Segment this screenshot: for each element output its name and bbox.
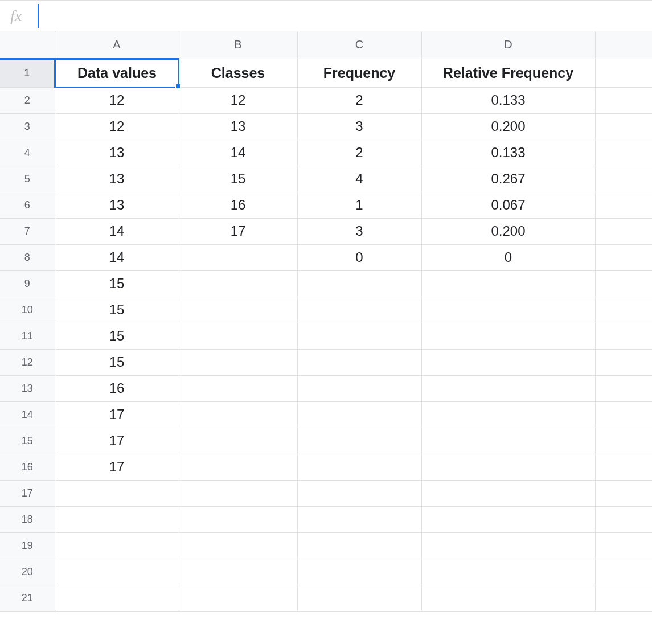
cell-B1[interactable]: Classes bbox=[179, 59, 297, 87]
cell-A4[interactable]: 13 bbox=[55, 140, 179, 166]
cell-D3[interactable]: 0.200 bbox=[421, 113, 595, 140]
cell-A3[interactable]: 12 bbox=[55, 113, 179, 140]
row-header-14[interactable]: 14 bbox=[0, 401, 55, 428]
row-header-11[interactable]: 11 bbox=[0, 323, 55, 349]
cell-B14[interactable] bbox=[179, 401, 297, 428]
formula-input[interactable] bbox=[38, 4, 652, 28]
cell-A6[interactable]: 13 bbox=[55, 192, 179, 218]
cell-E18[interactable] bbox=[595, 506, 652, 532]
row-header-8[interactable]: 8 bbox=[0, 244, 55, 270]
cell-C10[interactable] bbox=[297, 297, 421, 323]
cell-E19[interactable] bbox=[595, 532, 652, 559]
cell-D9[interactable] bbox=[421, 270, 595, 297]
cell-D12[interactable] bbox=[421, 349, 595, 375]
row-header-1[interactable]: 1 bbox=[0, 59, 55, 87]
cell-D2[interactable]: 0.133 bbox=[421, 87, 595, 113]
cell-D18[interactable] bbox=[421, 506, 595, 532]
cell-D10[interactable] bbox=[421, 297, 595, 323]
cell-A13[interactable]: 16 bbox=[55, 375, 179, 401]
cell-C18[interactable] bbox=[297, 506, 421, 532]
row-header-19[interactable]: 19 bbox=[0, 532, 55, 559]
cell-C11[interactable] bbox=[297, 323, 421, 349]
cell-C7[interactable]: 3 bbox=[297, 218, 421, 244]
column-header-D[interactable]: D bbox=[421, 31, 595, 59]
cell-E3[interactable] bbox=[595, 113, 652, 140]
cell-B15[interactable] bbox=[179, 428, 297, 454]
cell-C17[interactable] bbox=[297, 480, 421, 506]
row-header-20[interactable]: 20 bbox=[0, 559, 55, 585]
cell-C4[interactable]: 2 bbox=[297, 140, 421, 166]
cell-E7[interactable] bbox=[595, 218, 652, 244]
cell-B7[interactable]: 17 bbox=[179, 218, 297, 244]
cell-A17[interactable] bbox=[55, 480, 179, 506]
cell-A21[interactable] bbox=[55, 585, 179, 611]
cell-B13[interactable] bbox=[179, 375, 297, 401]
cell-C8[interactable]: 0 bbox=[297, 244, 421, 270]
cell-A19[interactable] bbox=[55, 532, 179, 559]
cell-E20[interactable] bbox=[595, 559, 652, 585]
cell-B19[interactable] bbox=[179, 532, 297, 559]
cell-A11[interactable]: 15 bbox=[55, 323, 179, 349]
cell-C19[interactable] bbox=[297, 532, 421, 559]
cell-C16[interactable] bbox=[297, 454, 421, 480]
cell-D14[interactable] bbox=[421, 401, 595, 428]
cell-A7[interactable]: 14 bbox=[55, 218, 179, 244]
cell-B16[interactable] bbox=[179, 454, 297, 480]
cell-A1[interactable]: Data values bbox=[55, 59, 179, 87]
cell-B9[interactable] bbox=[179, 270, 297, 297]
cell-A10[interactable]: 15 bbox=[55, 297, 179, 323]
cell-D20[interactable] bbox=[421, 559, 595, 585]
column-header-next[interactable] bbox=[595, 31, 652, 59]
cell-C5[interactable]: 4 bbox=[297, 166, 421, 192]
column-header-C[interactable]: C bbox=[297, 31, 421, 59]
row-header-7[interactable]: 7 bbox=[0, 218, 55, 244]
row-header-5[interactable]: 5 bbox=[0, 166, 55, 192]
column-header-B[interactable]: B bbox=[179, 31, 297, 59]
cell-D17[interactable] bbox=[421, 480, 595, 506]
cell-E16[interactable] bbox=[595, 454, 652, 480]
cell-E17[interactable] bbox=[595, 480, 652, 506]
cell-A5[interactable]: 13 bbox=[55, 166, 179, 192]
cell-A12[interactable]: 15 bbox=[55, 349, 179, 375]
row-header-2[interactable]: 2 bbox=[0, 87, 55, 113]
cell-C14[interactable] bbox=[297, 401, 421, 428]
cell-D5[interactable]: 0.267 bbox=[421, 166, 595, 192]
cell-B21[interactable] bbox=[179, 585, 297, 611]
cell-E5[interactable] bbox=[595, 166, 652, 192]
cell-D13[interactable] bbox=[421, 375, 595, 401]
cell-B4[interactable]: 14 bbox=[179, 140, 297, 166]
row-header-10[interactable]: 10 bbox=[0, 297, 55, 323]
cell-C2[interactable]: 2 bbox=[297, 87, 421, 113]
column-header-A[interactable]: A bbox=[55, 31, 179, 59]
cell-A15[interactable]: 17 bbox=[55, 428, 179, 454]
cell-A8[interactable]: 14 bbox=[55, 244, 179, 270]
cell-E6[interactable] bbox=[595, 192, 652, 218]
row-header-13[interactable]: 13 bbox=[0, 375, 55, 401]
cell-D1[interactable]: Relative Frequency bbox=[421, 59, 595, 87]
cell-E8[interactable] bbox=[595, 244, 652, 270]
cell-B17[interactable] bbox=[179, 480, 297, 506]
cell-C1[interactable]: Frequency bbox=[297, 59, 421, 87]
cell-B6[interactable]: 16 bbox=[179, 192, 297, 218]
cell-E1[interactable] bbox=[595, 59, 652, 87]
cell-D7[interactable]: 0.200 bbox=[421, 218, 595, 244]
cell-D19[interactable] bbox=[421, 532, 595, 559]
cell-D4[interactable]: 0.133 bbox=[421, 140, 595, 166]
row-header-3[interactable]: 3 bbox=[0, 113, 55, 140]
row-header-12[interactable]: 12 bbox=[0, 349, 55, 375]
cell-C12[interactable] bbox=[297, 349, 421, 375]
cell-D11[interactable] bbox=[421, 323, 595, 349]
cell-C20[interactable] bbox=[297, 559, 421, 585]
row-header-21[interactable]: 21 bbox=[0, 585, 55, 611]
row-header-18[interactable]: 18 bbox=[0, 506, 55, 532]
cell-C15[interactable] bbox=[297, 428, 421, 454]
cell-E13[interactable] bbox=[595, 375, 652, 401]
cell-A18[interactable] bbox=[55, 506, 179, 532]
cell-B3[interactable]: 13 bbox=[179, 113, 297, 140]
cell-B18[interactable] bbox=[179, 506, 297, 532]
cell-C6[interactable]: 1 bbox=[297, 192, 421, 218]
cell-B2[interactable]: 12 bbox=[179, 87, 297, 113]
cell-E15[interactable] bbox=[595, 428, 652, 454]
cell-E2[interactable] bbox=[595, 87, 652, 113]
cell-A2[interactable]: 12 bbox=[55, 87, 179, 113]
